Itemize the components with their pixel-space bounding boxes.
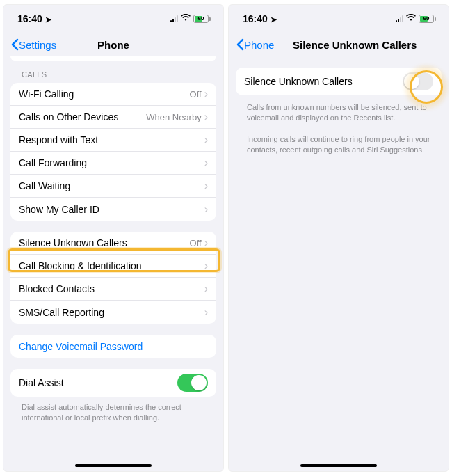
cell-label: Calls on Other Devices <box>19 111 146 122</box>
silence-unknown-screen: 16:40 ➤ 60 Phone Silence Unknown Callers… <box>228 4 449 472</box>
wifi-icon <box>406 14 416 24</box>
home-indicator[interactable] <box>75 464 152 467</box>
chevron-right-icon: › <box>204 283 208 294</box>
calls-group: Wi-Fi Calling Off › Calls on Other Devic… <box>10 83 216 221</box>
footer-text-2: Incoming calls will continue to ring fro… <box>236 132 442 164</box>
dial-assist-footer: Dial assist automatically determines the… <box>10 399 216 431</box>
cell-label: Silence Unknown Callers <box>244 76 403 87</box>
cell-dial-assist[interactable]: Dial Assist <box>10 369 216 397</box>
home-indicator[interactable] <box>300 464 377 467</box>
cell-silence-toggle[interactable]: Silence Unknown Callers <box>236 68 442 95</box>
cell-label: Show My Caller ID <box>19 204 204 215</box>
cell-value: Off <box>190 238 202 248</box>
wifi-icon <box>181 14 191 24</box>
voicemail-group: Change Voicemail Password <box>10 335 216 358</box>
cell-silence-unknown[interactable]: Silence Unknown Callers Off › <box>10 232 216 255</box>
chevron-left-icon <box>236 38 244 51</box>
back-label: Settings <box>19 39 56 51</box>
section-header-calls: CALLS <box>10 61 216 83</box>
cell-respond-text[interactable]: Respond with Text › <box>10 129 216 152</box>
chevron-right-icon: › <box>204 204 208 215</box>
cell-label: Dial Assist <box>19 377 177 388</box>
chevron-right-icon: › <box>204 157 208 168</box>
back-label: Phone <box>244 39 274 51</box>
chevron-right-icon: › <box>204 134 208 145</box>
cell-other-devices[interactable]: Calls on Other Devices When Nearby › <box>10 106 216 129</box>
silence-unknown-toggle[interactable] <box>403 72 433 90</box>
status-bar: 16:40 ➤ 60 <box>229 5 449 33</box>
status-bar: 16:40 ➤ 60 <box>3 5 223 33</box>
cell-label: SMS/Call Reporting <box>19 307 204 318</box>
cell-change-voicemail-password[interactable]: Change Voicemail Password <box>10 335 216 358</box>
chevron-right-icon: › <box>204 88 208 100</box>
cell-wifi-calling[interactable]: Wi-Fi Calling Off › <box>10 83 216 106</box>
status-time: 16:40 ➤ <box>17 13 51 24</box>
cell-blocked-contacts[interactable]: Blocked Contacts › <box>10 278 216 301</box>
footer-text-1: Calls from unknown numbers will be silen… <box>236 100 442 132</box>
nav-bar: Settings Phone <box>3 33 223 56</box>
cell-label: Call Blocking & Identification <box>19 260 204 271</box>
cell-value: When Nearby <box>146 112 201 122</box>
cell-call-blocking[interactable]: Call Blocking & Identification › <box>10 255 216 278</box>
phone-settings-screen: 16:40 ➤ 60 Settings Phone CALLS Wi-Fi Ca <box>3 4 224 472</box>
cell-label: Silence Unknown Callers <box>19 237 190 248</box>
location-icon: ➤ <box>45 15 51 24</box>
chevron-right-icon: › <box>204 180 208 191</box>
cellular-icon <box>170 15 178 22</box>
silence-group: Silence Unknown Callers Off › Call Block… <box>10 232 216 324</box>
cell-call-waiting[interactable]: Call Waiting › <box>10 175 216 198</box>
back-button[interactable]: Settings <box>10 38 56 51</box>
chevron-right-icon: › <box>204 237 208 248</box>
cell-label: Respond with Text <box>19 134 204 145</box>
cell-sms-reporting[interactable]: SMS/Call Reporting › <box>10 301 216 324</box>
status-time: 16:40 ➤ <box>243 13 277 24</box>
cell-label: Blocked Contacts <box>19 283 204 294</box>
cell-label: Call Waiting <box>19 180 204 191</box>
chevron-right-icon: › <box>204 260 208 271</box>
back-button[interactable]: Phone <box>236 38 274 51</box>
chevron-right-icon: › <box>204 111 208 122</box>
cell-label: Call Forwarding <box>19 157 204 168</box>
cell-call-forwarding[interactable]: Call Forwarding › <box>10 152 216 175</box>
cell-value: Off <box>190 89 202 100</box>
dial-assist-toggle[interactable] <box>177 374 208 392</box>
cell-caller-id[interactable]: Show My Caller ID › <box>10 198 216 221</box>
chevron-left-icon <box>10 38 19 51</box>
battery-icon: 60 <box>419 15 436 23</box>
cell-label: Change Voicemail Password <box>19 341 208 352</box>
battery-icon: 60 <box>193 15 211 23</box>
cell-label: Wi-Fi Calling <box>19 88 190 100</box>
cellular-icon <box>396 15 403 22</box>
dial-assist-group: Dial Assist <box>10 369 216 397</box>
location-icon: ➤ <box>271 15 277 24</box>
nav-bar: Phone Silence Unknown Callers <box>229 33 449 56</box>
chevron-right-icon: › <box>204 307 208 318</box>
